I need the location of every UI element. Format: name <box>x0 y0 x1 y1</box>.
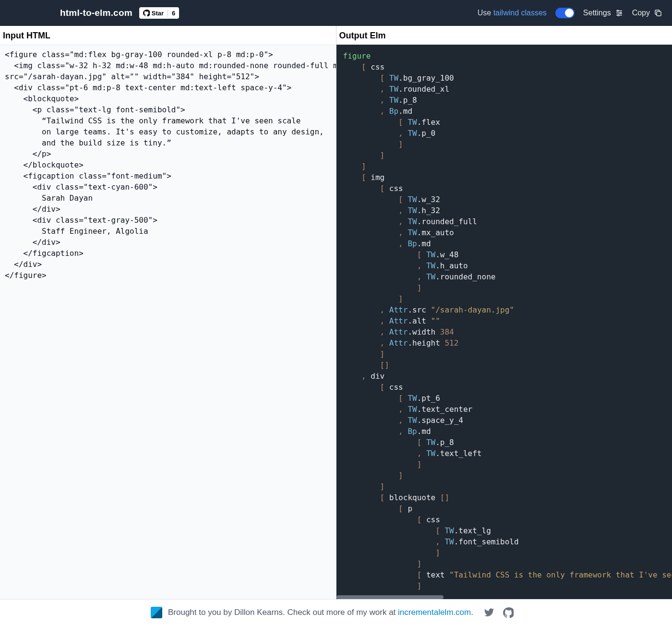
footer: Brought to you by Dillon Kearns. Check o… <box>0 599 672 625</box>
settings-button[interactable]: Settings <box>583 9 624 17</box>
twitter-icon[interactable] <box>484 607 494 618</box>
output-panel: Output Elm figure [ css [ TW.bg_gray_100… <box>336 26 672 599</box>
editor-panels: Input HTML <figure class="md:flex bg-gra… <box>0 26 672 599</box>
github-star-count: 6 <box>168 10 179 17</box>
footer-logo-icon <box>151 607 162 618</box>
github-star-label: Star <box>152 10 164 17</box>
output-elm-viewer[interactable]: figure [ css [ TW.bg_gray_100 , TW.round… <box>336 45 672 599</box>
svg-point-1 <box>620 12 621 14</box>
github-star-badge[interactable]: Star 6 <box>139 7 180 19</box>
footer-text: Brought to you by Dillon Kearns. Check o… <box>168 608 473 617</box>
svg-rect-3 <box>657 12 661 16</box>
tailwind-toggle[interactable] <box>555 8 575 18</box>
topbar: html-to-elm.com Star 6 Use tailwind clas… <box>0 0 672 26</box>
footer-link[interactable]: incrementalelm.com <box>398 608 471 617</box>
tailwind-toggle-label: Use tailwind classes <box>478 9 547 17</box>
svg-point-2 <box>618 14 619 16</box>
output-panel-title: Output Elm <box>336 26 672 45</box>
github-icon <box>143 10 150 16</box>
copy-button[interactable]: Copy <box>632 9 662 17</box>
svg-point-0 <box>617 10 618 12</box>
tailwind-classes-link[interactable]: tailwind classes <box>493 9 547 17</box>
input-panel: Input HTML <figure class="md:flex bg-gra… <box>0 26 336 599</box>
github-footer-icon[interactable] <box>503 607 514 618</box>
brand-title: html-to-elm.com <box>60 8 132 18</box>
horizontal-scrollbar[interactable] <box>336 595 672 599</box>
settings-icon <box>615 9 624 17</box>
copy-icon <box>654 9 662 17</box>
input-panel-title: Input HTML <box>0 26 336 45</box>
input-html-editor[interactable]: <figure class="md:flex bg-gray-100 round… <box>0 45 336 599</box>
